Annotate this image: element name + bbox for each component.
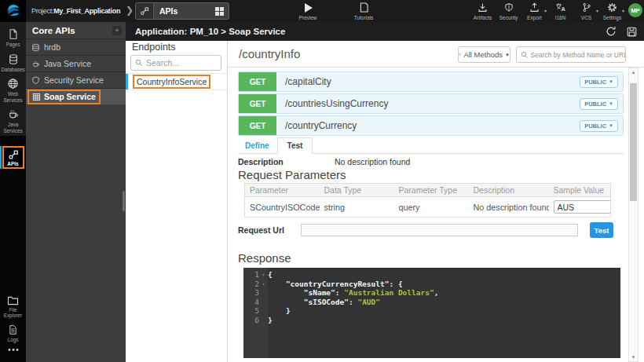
- apis-icon: [8, 149, 19, 160]
- user-avatar[interactable]: MP: [628, 3, 642, 17]
- active-indicator: [0, 146, 2, 169]
- cell-description: No description found: [469, 197, 549, 218]
- request-url-input[interactable]: [301, 224, 578, 236]
- core-apis-item-soap-service[interactable]: Soap Service: [26, 89, 126, 105]
- vcs-button[interactable]: ▾ VCS: [573, 2, 599, 20]
- core-apis-item-hrdb[interactable]: hrdb: [26, 39, 126, 56]
- visibility-dropdown[interactable]: PUBLIC▼: [580, 120, 618, 132]
- table-row: SCountryISOCode string query No descript…: [245, 197, 611, 218]
- page-icon: [8, 28, 19, 40]
- artifacts-button[interactable]: Artifacts: [470, 2, 496, 20]
- active-indicator: [126, 74, 128, 90]
- endpoint-row-capitalCity[interactable]: GET /capitalCity PUBLIC▼: [238, 71, 624, 92]
- method-badge: GET: [239, 72, 276, 91]
- wavemaker-studio: Project:My_First_Application ❯ APIs Prev…: [0, 0, 644, 362]
- filter-icon: [459, 51, 461, 58]
- coffee-icon: [31, 60, 40, 68]
- code-line: 6}: [243, 316, 620, 325]
- chevron-down-icon: ▼: [609, 79, 613, 84]
- chevron-down-icon: ▼: [609, 123, 613, 128]
- database-icon: [8, 53, 19, 65]
- response-code-editor[interactable]: 1▾{2▾ "countryCurrencyResult": {3 "sName…: [243, 268, 620, 358]
- sample-value-input[interactable]: [554, 200, 611, 214]
- project-label: Project:My_First_Application: [31, 0, 120, 22]
- core-apis-item-java-service[interactable]: Java Service: [26, 56, 126, 72]
- sidebar-item-file-explorer[interactable]: FileExplorer: [0, 292, 26, 321]
- gear-icon: [607, 2, 617, 13]
- request-parameters-title: Request Parameters: [238, 168, 624, 181]
- visibility-dropdown[interactable]: PUBLIC▼: [580, 98, 618, 110]
- tutorials-button[interactable]: Tutorials: [346, 2, 382, 20]
- i18n-icon: A: [555, 2, 566, 13]
- endpoint-path: /countryCurrency: [285, 120, 357, 131]
- i18n-button[interactable]: A I18N: [547, 2, 573, 20]
- test-button[interactable]: Test: [590, 222, 613, 238]
- chevron-down-icon: ▾: [596, 8, 598, 13]
- sidebar-item-databases[interactable]: Databases: [0, 50, 26, 75]
- col-parameter: Parameter: [245, 184, 320, 197]
- open-resource-tab[interactable]: APIs: [135, 2, 229, 20]
- save-icon[interactable]: [627, 27, 637, 37]
- tab-define[interactable]: Define: [238, 138, 277, 153]
- col-sample-value: Sample Value: [549, 184, 611, 197]
- security-button[interactable]: Security: [496, 2, 521, 20]
- sidebar-more-button[interactable]: [0, 345, 26, 354]
- sidebar-item-web-services[interactable]: WebServices: [0, 75, 26, 105]
- grid-icon[interactable]: [215, 7, 224, 16]
- main-content: /countryInfo All Methods ▼ GET /capitalC…: [228, 41, 644, 362]
- scroll-down-arrow[interactable]: ▼: [629, 355, 638, 360]
- endpoint-row-countriesUsingCurrency[interactable]: GET /countriesUsingCurrency PUBLIC▼: [238, 93, 624, 114]
- scroll-up-arrow[interactable]: ▲: [629, 70, 638, 75]
- description-value: No description found: [335, 157, 410, 166]
- export-icon: [529, 2, 540, 13]
- left-nav-sidebar: Pages Databases WebServices JavaServices…: [0, 22, 26, 362]
- sidebar-item-pages[interactable]: Pages: [0, 25, 26, 50]
- endpoints-search[interactable]: [130, 55, 221, 71]
- wavemaker-logo-icon: [5, 3, 21, 19]
- top-bar: Project:My_First_Application ❯ APIs Prev…: [0, 0, 644, 22]
- shield-icon: [504, 2, 514, 13]
- method-search-input[interactable]: [531, 51, 625, 59]
- scrollbar-thumb[interactable]: [630, 83, 637, 201]
- response-code-lines: 1▾{2▾ "countryCurrencyResult": {3 "sName…: [243, 270, 620, 324]
- endpoint-service-item[interactable]: CountryInfoService: [126, 73, 227, 90]
- endpoints-search-input[interactable]: [146, 58, 213, 68]
- visibility-dropdown[interactable]: PUBLIC▼: [580, 76, 618, 88]
- export-button[interactable]: ▾ Export: [521, 2, 547, 20]
- request-parameters-table: Parameter Data Type Parameter Type Descr…: [244, 183, 611, 218]
- sidebar-item-apis[interactable]: APIs: [0, 146, 26, 169]
- panel-scrollbar-thumb[interactable]: [123, 191, 125, 211]
- core-apis-item-security-service[interactable]: Security Service: [26, 72, 126, 89]
- collapse-panel-button[interactable]: «: [112, 26, 122, 35]
- cell-data-type: string: [320, 197, 394, 218]
- col-data-type: Data Type: [320, 184, 394, 197]
- code-line: 2▾ "countryCurrencyResult": {: [243, 280, 620, 289]
- sidebar-item-logs[interactable]: Logs: [0, 321, 26, 346]
- chevron-down-icon: ▼: [505, 53, 510, 57]
- method-badge: GET: [239, 116, 276, 135]
- response-title: Response: [238, 251, 624, 265]
- svg-text:A: A: [561, 5, 565, 13]
- settings-button[interactable]: ▾ Settings: [599, 2, 625, 20]
- sidebar-item-java-services[interactable]: JavaServices: [0, 105, 26, 136]
- request-url-label: Request Url: [238, 225, 301, 235]
- app-logo[interactable]: [0, 0, 26, 22]
- description-label: Description: [238, 157, 335, 166]
- main-scrollbar[interactable]: ▲ ▼: [628, 68, 639, 362]
- tab-test[interactable]: Test: [277, 137, 313, 154]
- method-badge: GET: [239, 94, 276, 113]
- logs-icon: [8, 324, 18, 335]
- refresh-icon[interactable]: [606, 26, 617, 37]
- folder-icon: [7, 295, 19, 305]
- application-header-bar: Application: PM_10 > Soap Service: [126, 22, 644, 41]
- api-node-icon: [136, 3, 154, 19]
- endpoints-panel: Endpoints CountryInfoService: [126, 41, 228, 362]
- search-icon: [135, 59, 143, 67]
- core-apis-title: Core APIs: [32, 26, 75, 35]
- more-dots-icon: [8, 348, 19, 352]
- coffee-icon: [7, 108, 19, 120]
- method-search[interactable]: [516, 46, 626, 63]
- preview-button[interactable]: Preview: [290, 2, 326, 20]
- endpoint-row-countryCurrency[interactable]: GET /countryCurrency PUBLIC▼: [238, 115, 624, 136]
- methods-filter-dropdown[interactable]: All Methods ▼: [458, 46, 510, 63]
